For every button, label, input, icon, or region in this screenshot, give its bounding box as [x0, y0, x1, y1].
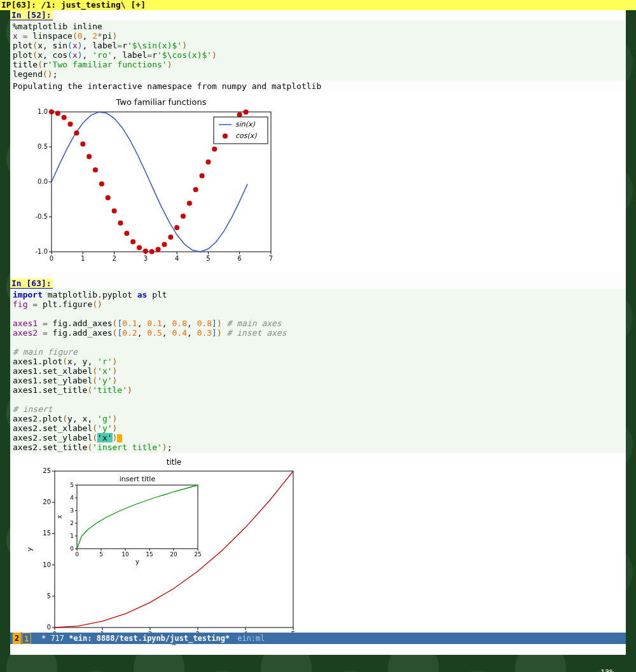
- svg-text:4: 4: [70, 495, 74, 501]
- svg-point-49: [181, 214, 186, 219]
- svg-point-38: [112, 209, 117, 214]
- svg-text:6: 6: [238, 255, 242, 262]
- svg-text:15: 15: [43, 530, 51, 537]
- cursor-position: 34:20: [600, 645, 623, 654]
- svg-point-30: [62, 115, 67, 120]
- svg-text:2: 2: [70, 520, 74, 526]
- scroll-percent: 13%: [600, 668, 614, 672]
- svg-point-29: [55, 111, 60, 116]
- svg-text:5: 5: [70, 482, 74, 488]
- chart-1: Two familiar functions01234567-1.0-0.50.…: [10, 92, 626, 272]
- svg-text:1.0: 1.0: [38, 108, 48, 115]
- svg-text:25: 25: [43, 467, 51, 474]
- code-cell-63[interactable]: import matplotlib.pyplot as plt fig = pl…: [10, 289, 626, 453]
- svg-text:5: 5: [99, 551, 103, 558]
- svg-text:0.5: 0.5: [38, 143, 48, 150]
- svg-text:20: 20: [170, 551, 177, 558]
- svg-point-40: [124, 231, 129, 236]
- svg-text:0: 0: [70, 545, 74, 552]
- svg-text:insert title: insert title: [120, 475, 156, 483]
- svg-point-44: [149, 249, 155, 254]
- svg-text:-0.5: -0.5: [35, 213, 48, 220]
- svg-point-45: [156, 247, 161, 252]
- svg-text:Two familiar functions: Two familiar functions: [116, 97, 207, 107]
- svg-text:4: 4: [175, 255, 179, 262]
- svg-point-51: [193, 187, 198, 192]
- svg-point-54: [212, 146, 217, 151]
- tab-active[interactable]: IP[63]: /1: just_testing\ [+]: [1, 0, 146, 10]
- svg-text:1: 1: [81, 255, 85, 262]
- svg-point-48: [174, 225, 179, 230]
- tab-bar[interactable]: IP[63]: /1: just_testing\ [+]: [0, 0, 636, 10]
- svg-text:0.0: 0.0: [38, 178, 48, 185]
- svg-text:1: 1: [70, 533, 74, 539]
- svg-point-34: [86, 154, 92, 159]
- svg-point-47: [168, 235, 173, 240]
- mode-line: 21 * 717 *ein: 8888/test.ipynb/just_test…: [10, 633, 626, 644]
- svg-text:sin(x): sin(x): [235, 120, 256, 128]
- svg-point-32: [74, 130, 79, 135]
- svg-text:3: 3: [144, 255, 148, 262]
- svg-point-53: [205, 160, 211, 165]
- svg-point-41: [130, 239, 135, 244]
- svg-text:0: 0: [47, 624, 51, 631]
- svg-text:7: 7: [269, 255, 273, 262]
- svg-text:2: 2: [112, 255, 116, 262]
- svg-text:0: 0: [75, 551, 79, 558]
- svg-point-43: [143, 249, 148, 254]
- svg-text:x: x: [56, 515, 63, 519]
- svg-point-31: [68, 121, 73, 127]
- chart-2: title0123450510152025xyinsert title05101…: [10, 453, 626, 652]
- svg-text:y: y: [135, 558, 139, 565]
- editor-content[interactable]: In [52]: %matplotlib inline x = linspace…: [10, 10, 626, 655]
- svg-point-37: [106, 195, 111, 200]
- svg-text:3: 3: [70, 507, 74, 514]
- code-cell-52[interactable]: %matplotlib inline x = linspace(0, 2*pi)…: [10, 20, 626, 80]
- svg-text:5: 5: [47, 593, 51, 600]
- output-text-52: Populating the interactive namespace fro…: [10, 80, 626, 92]
- svg-text:-1.0: -1.0: [35, 248, 48, 255]
- svg-text:cos(x): cos(x): [235, 132, 257, 140]
- svg-point-36: [99, 181, 104, 186]
- svg-point-46: [162, 242, 167, 247]
- mode-name: ein:ml: [237, 633, 265, 644]
- svg-point-50: [187, 201, 192, 206]
- svg-point-42: [137, 245, 142, 250]
- svg-point-63: [223, 134, 228, 139]
- svg-text:y: y: [25, 547, 34, 551]
- modeline-badge-1: 2: [13, 633, 21, 644]
- cell-prompt-52: In [52]:: [10, 10, 53, 20]
- svg-point-58: [237, 112, 242, 117]
- svg-text:25: 25: [194, 551, 201, 558]
- svg-text:15: 15: [146, 551, 153, 558]
- modeline-badge-2: 1: [22, 633, 31, 644]
- svg-rect-94: [77, 485, 198, 549]
- svg-point-28: [49, 109, 54, 114]
- cursor: [117, 434, 122, 442]
- svg-point-59: [244, 109, 249, 114]
- svg-text:20: 20: [43, 498, 51, 505]
- svg-point-33: [80, 142, 85, 147]
- svg-text:10: 10: [121, 551, 129, 558]
- svg-text:0: 0: [50, 255, 53, 262]
- svg-point-35: [93, 167, 98, 172]
- buffer-name: *ein: 8888/test.ipynb/just_testing*: [69, 633, 230, 644]
- cell-prompt-63: In [63]:: [10, 278, 53, 289]
- svg-point-52: [200, 173, 205, 178]
- svg-text:5: 5: [206, 255, 210, 262]
- svg-text:title: title: [167, 458, 181, 467]
- svg-point-39: [118, 221, 123, 226]
- svg-text:10: 10: [43, 561, 51, 568]
